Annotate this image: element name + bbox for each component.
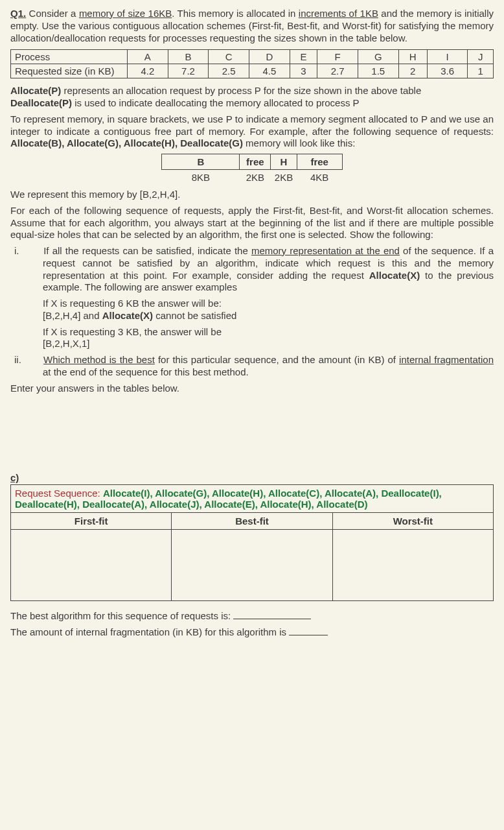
example-6kb: If X is requesting 6 KB the answer will …: [43, 298, 494, 322]
answer-best-fit[interactable]: [172, 530, 332, 601]
fragmentation-line: The amount of internal fragmentation (in…: [10, 626, 494, 639]
part-c: c) Request Sequence: Allocate(I), Alloca…: [10, 472, 494, 639]
process-row-label: Process: [11, 50, 128, 64]
item-i: i. If all the requests can be satisfied,…: [29, 245, 494, 294]
enter-answers-line: Enter your answers in the tables below.: [10, 383, 494, 395]
answer-worst-fit[interactable]: [332, 530, 493, 601]
part-c-table: Request Sequence: Allocate(I), Allocate(…: [10, 484, 494, 601]
example-3kb: If X is requesting 3 KB, the answer will…: [43, 326, 494, 351]
part-c-label: c): [10, 472, 19, 483]
alloc-dealloc-def: Allocate(P) represents an allocation req…: [10, 85, 494, 110]
fragmentation-blank[interactable]: [289, 635, 328, 635]
memory-example: B free H free 8KB 2KB 2KB 4KB: [10, 154, 494, 185]
answer-first-fit[interactable]: [11, 530, 172, 601]
col-best-fit: Best-fit: [172, 513, 332, 530]
best-algo-blank[interactable]: [233, 619, 311, 619]
mem-intro: To represent memory, in square brackets,…: [10, 113, 494, 150]
request-sequence-cell: Request Sequence: Allocate(I), Allocate(…: [11, 485, 494, 513]
col-first-fit: First-fit: [11, 513, 172, 530]
main-instruction: For each of the following sequence of re…: [10, 205, 494, 241]
col-worst-fit: Worst-fit: [332, 513, 493, 530]
size-row-label: Requested size (in KB): [11, 64, 128, 78]
q1-label: Q1.: [10, 8, 26, 19]
item-ii: ii. Which method is the best for this pa…: [29, 354, 494, 379]
mem-repr-line: We represent this memory by [B,2,H,4].: [10, 189, 494, 201]
q1-intro: Q1. Consider a memory of size 16KB. This…: [10, 8, 494, 44]
best-algo-line: The best algorithm for this sequence of …: [10, 610, 494, 622]
process-table: Process A B C D E F G H I J Requested si…: [10, 49, 494, 78]
